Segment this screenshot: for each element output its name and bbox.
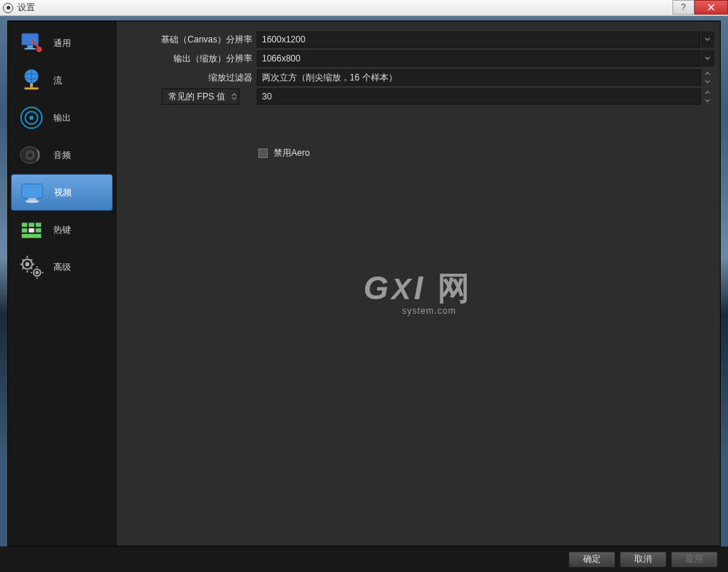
output-resolution-label: 输出（缩放）分辨率 (122, 53, 257, 65)
sidebar-item-label: 视频 (54, 187, 72, 199)
sidebar-item-label: 热键 (53, 224, 71, 236)
chevron-down-icon[interactable] (702, 97, 713, 105)
disable-aero-label: 禁用Aero (274, 147, 309, 159)
help-button[interactable]: ? (672, 0, 694, 15)
chevron-down-icon[interactable] (702, 78, 713, 86)
base-resolution-label: 基础（Canvas）分辨率 (122, 34, 257, 46)
svg-rect-6 (30, 83, 33, 88)
base-resolution-value: 1600x1200 (262, 34, 305, 45)
svg-rect-20 (22, 228, 28, 233)
downscale-filter-select[interactable]: 两次立方（削尖缩放，16 个样本） (257, 69, 701, 86)
sidebar-item-advanced[interactable]: 高级 (11, 249, 113, 285)
base-resolution-select[interactable]: 1600x1200 (257, 31, 700, 48)
svg-rect-21 (29, 228, 34, 233)
gears-icon (17, 252, 46, 282)
svg-rect-14 (22, 184, 43, 198)
chevron-down-icon[interactable] (701, 50, 714, 67)
window-title: 设置 (18, 1, 35, 14)
apply-button[interactable]: 应用 (671, 552, 718, 568)
keyboard-icon (17, 215, 46, 244)
svg-rect-1 (27, 45, 33, 48)
footer: 确定 取消 应用 (0, 546, 728, 572)
svg-rect-17 (22, 223, 28, 227)
main-panel: 基础（Canvas）分辨率 1600x1200 输出（缩放）分辨率 1066x8… (116, 21, 720, 546)
svg-point-3 (37, 47, 42, 53)
close-button[interactable] (694, 0, 728, 15)
sidebar-item-label: 高级 (53, 261, 71, 274)
sidebar-item-stream[interactable]: 流 (11, 62, 113, 99)
sidebar-item-hotkeys[interactable]: 热键 (11, 211, 113, 248)
sidebar-item-general[interactable]: 通用 (11, 25, 113, 61)
sidebar-item-audio[interactable]: 音频 (11, 137, 113, 173)
svg-rect-15 (28, 198, 36, 200)
display-icon (18, 178, 47, 207)
svg-point-27 (36, 271, 38, 274)
svg-rect-2 (25, 48, 36, 50)
fps-spinner[interactable] (702, 89, 713, 105)
ok-button[interactable]: 确定 (568, 552, 615, 568)
sidebar-item-video[interactable]: 视频 (11, 174, 113, 211)
chevron-down-icon[interactable] (701, 31, 714, 48)
fps-type-select[interactable]: 常见的 FPS 值 (162, 89, 239, 105)
sidebar-item-output[interactable]: 输出 (11, 99, 113, 136)
titlebar: 设置 ? (0, 0, 728, 16)
fps-value: 30 (262, 91, 271, 102)
svg-rect-18 (29, 223, 34, 227)
svg-point-25 (26, 263, 29, 266)
sidebar: 通用 流 输出 音频 (8, 21, 116, 546)
fps-type-label: 常见的 FPS 值 (168, 91, 225, 103)
downscale-filter-value: 两次立方（削尖缩放，16 个样本） (262, 72, 397, 84)
svg-point-16 (26, 200, 40, 203)
svg-rect-22 (36, 228, 42, 233)
svg-rect-23 (22, 234, 42, 238)
svg-rect-7 (25, 88, 39, 90)
close-icon (708, 4, 715, 11)
svg-point-10 (29, 116, 34, 120)
monitor-wrench-icon (17, 29, 46, 58)
chevron-up-icon[interactable] (702, 89, 713, 97)
broadcast-icon (17, 103, 46, 132)
output-resolution-value: 1066x800 (262, 53, 301, 64)
downscale-filter-label: 缩放过滤器 (122, 72, 257, 84)
chevron-up-icon[interactable] (702, 69, 713, 78)
disable-aero-checkbox[interactable] (258, 148, 268, 158)
globe-network-icon (17, 66, 46, 95)
cancel-button[interactable]: 取消 (620, 552, 667, 568)
output-resolution-select[interactable]: 1066x800 (257, 50, 700, 67)
app-icon (3, 3, 13, 13)
sidebar-item-label: 通用 (53, 37, 71, 50)
svg-point-13 (28, 153, 32, 157)
sidebar-item-label: 输出 (53, 112, 71, 124)
speaker-icon (17, 140, 46, 170)
watermark: GXI 网 system.com (364, 266, 473, 315)
sidebar-item-label: 音频 (53, 149, 71, 162)
chevron-down-icon (231, 97, 237, 100)
filter-spinner[interactable] (702, 69, 713, 86)
sidebar-item-label: 流 (53, 75, 62, 87)
svg-rect-19 (36, 223, 42, 227)
fps-value-select[interactable]: 30 (257, 89, 701, 105)
